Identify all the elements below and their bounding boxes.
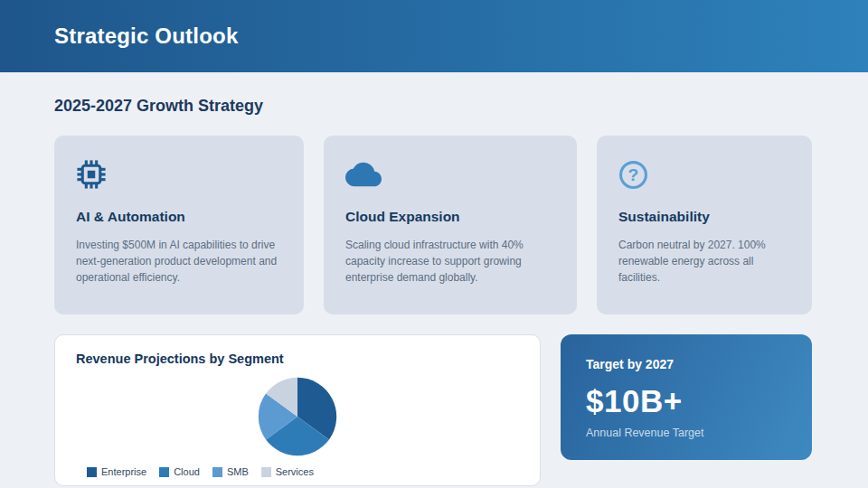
pie-chart [257, 376, 338, 457]
legend-item-enterprise: Enterprise [87, 466, 146, 477]
target-value: $10B+ [586, 383, 787, 419]
revenue-chart-card: Revenue Projections by Segment Enterpris… [54, 334, 541, 486]
cloud-icon [345, 158, 555, 191]
target-card: Target by 2027 $10B+ Annual Revenue Targ… [561, 334, 812, 460]
target-label: Target by 2027 [586, 357, 787, 371]
card-ai-automation: AI & Automation Investing $500M in AI ca… [54, 136, 304, 314]
header-bar: Strategic Outlook [0, 0, 868, 72]
bottom-row: Revenue Projections by Segment Enterpris… [54, 334, 814, 486]
legend-label: Services [276, 466, 314, 477]
card-cloud-expansion: Cloud Expansion Scaling cloud infrastruc… [324, 136, 577, 314]
legend-item-services: Services [261, 466, 314, 477]
chart-title: Revenue Projections by Segment [76, 352, 519, 366]
card-sustainability: ? Sustainability Carbon neutral by 2027.… [597, 136, 812, 314]
chip-icon [76, 158, 282, 191]
card-body: Carbon neutral by 2027. 100% renewable e… [618, 237, 790, 286]
card-body: Investing $500M in AI capabilities to dr… [76, 237, 282, 286]
pie-chart-area [76, 366, 519, 466]
legend-item-cloud: Cloud [159, 466, 200, 477]
legend-label: Enterprise [101, 466, 146, 477]
card-title: Sustainability [618, 209, 790, 225]
card-title: AI & Automation [76, 209, 282, 225]
legend-swatch [87, 467, 97, 477]
legend-swatch [212, 467, 222, 477]
section-heading: 2025-2027 Growth Strategy [54, 97, 814, 116]
strategy-cards-row: AI & Automation Investing $500M in AI ca… [54, 136, 814, 314]
card-body: Scaling cloud infrastructure with 40% ca… [345, 237, 555, 286]
legend-label: SMB [227, 466, 249, 477]
card-title: Cloud Expansion [345, 209, 555, 225]
question-mark-icon: ? [618, 158, 790, 191]
svg-text:?: ? [628, 165, 639, 184]
legend-label: Cloud [174, 466, 200, 477]
legend-swatch [159, 467, 169, 477]
slide-content: 2025-2027 Growth Strategy AI & Automatio… [0, 97, 868, 486]
legend-swatch [261, 467, 271, 477]
chart-legend: EnterpriseCloudSMBServices [87, 466, 519, 477]
legend-item-smb: SMB [212, 466, 249, 477]
target-caption: Annual Revenue Target [586, 427, 787, 439]
page-title: Strategic Outlook [54, 23, 238, 49]
